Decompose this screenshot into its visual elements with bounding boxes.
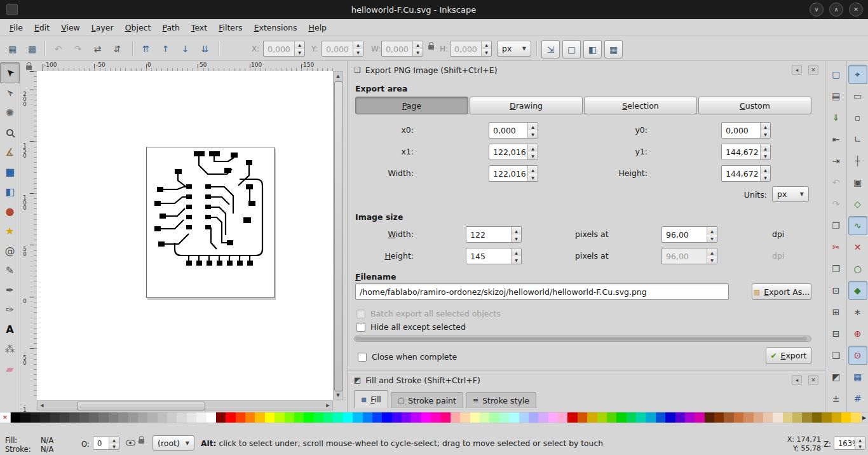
snap-midpoints-button[interactable]: ∗ (848, 302, 867, 322)
dpi-height-spinbox[interactable]: 96,00 ▲▼ (661, 248, 717, 264)
palette-swatch[interactable] (431, 412, 440, 423)
spin-down-icon[interactable]: ▼ (528, 130, 538, 138)
palette-swatch[interactable] (441, 412, 451, 423)
tab-fill[interactable]: ◼Fill (354, 390, 388, 408)
panel-collapse-icon[interactable]: ◂ (792, 65, 802, 75)
palette-swatch[interactable] (421, 412, 431, 423)
flip-horizontal-button[interactable]: ⇄ (89, 40, 106, 57)
palette-swatch[interactable] (265, 412, 275, 423)
palette-swatch[interactable] (812, 412, 822, 423)
spin-up-icon[interactable]: ▲ (528, 123, 538, 130)
tool-spiral-button[interactable]: @ (1, 241, 19, 261)
spin-arrows[interactable]: ▲▼ (511, 248, 521, 264)
palette-swatch[interactable] (158, 412, 167, 423)
palette-swatch[interactable] (363, 412, 372, 423)
tool-star-button[interactable]: ★ (1, 221, 19, 241)
snap-nodes-button[interactable]: ◇ (848, 194, 867, 214)
palette-swatch[interactable] (304, 412, 313, 423)
palette-swatch[interactable] (118, 412, 128, 423)
cmd-copy-button[interactable]: ❐ (827, 216, 846, 235)
menu-edit[interactable]: Edit (29, 20, 55, 35)
menu-extensions[interactable]: Extensions (248, 20, 303, 35)
snap-rotation-centers-button[interactable]: ⊙ (848, 346, 867, 365)
snap-smooth-nodes-button[interactable]: ○ (848, 259, 867, 278)
panel-collapse-icon[interactable]: ◂ (792, 375, 802, 385)
x-spinbox[interactable]: 0,000 ▲▼ (263, 41, 305, 57)
cmd-cut-button[interactable]: ✂ (827, 238, 846, 257)
vertical-ruler[interactable]: 200150100500-50-100 (20, 71, 37, 400)
palette-swatch[interactable] (343, 412, 353, 423)
spin-up-icon[interactable]: ▲ (761, 123, 770, 130)
palette-swatch[interactable] (548, 412, 558, 423)
tool-selector-button[interactable]: ➤ (0, 62, 20, 83)
menu-help[interactable]: Help (303, 20, 333, 35)
palette-swatch[interactable] (11, 412, 20, 423)
cmd-preferences-button[interactable]: ± (827, 389, 846, 408)
spin-down-icon[interactable]: ▼ (855, 444, 865, 450)
tool-node-editor-button[interactable]: ➢ (1, 83, 19, 103)
palette-swatch[interactable] (20, 412, 30, 423)
snap-path-intersections-button[interactable]: ✕ (848, 238, 867, 257)
palette-swatch[interactable] (783, 412, 792, 423)
palette-swatch[interactable] (323, 412, 333, 423)
tool-text-button[interactable]: A (1, 320, 19, 339)
palette-swatch[interactable] (392, 412, 402, 423)
scroll-left-icon[interactable]: ◀ (37, 401, 46, 410)
tool-spray-button[interactable]: ⁂ (1, 339, 19, 359)
lower-button[interactable]: ↓ (177, 40, 194, 57)
palette-swatch[interactable] (509, 412, 519, 423)
spin-arrows[interactable]: ▲▼ (353, 41, 363, 56)
palette-swatch[interactable] (714, 412, 724, 423)
tab-stroke-paint[interactable]: ▢Stroke paint (391, 392, 463, 408)
tool-tweak-button[interactable]: ✺ (1, 103, 19, 123)
palette-swatch[interactable] (333, 412, 342, 423)
spin-arrows[interactable]: ▲▼ (760, 123, 770, 138)
spin-down-icon[interactable]: ▼ (528, 152, 538, 160)
palette-swatch[interactable] (31, 412, 40, 423)
palette-swatch[interactable] (607, 412, 616, 423)
tool-pencil-button[interactable]: ✎ (1, 261, 19, 280)
palette-swatch[interactable] (558, 412, 567, 423)
export-as-button[interactable]: ▥ Export As... (752, 283, 811, 300)
menu-filters[interactable]: Filters (213, 20, 248, 35)
spin-down-icon[interactable]: ▼ (707, 256, 717, 264)
palette-swatch[interactable] (841, 412, 851, 423)
spin-arrows[interactable]: ▲▼ (481, 41, 491, 56)
spin-arrows[interactable]: ▲▼ (707, 248, 717, 264)
panel-close-icon[interactable]: ✕ (808, 375, 818, 385)
palette-swatch[interactable] (832, 412, 841, 423)
window-maximize-button[interactable]: ∧ (829, 3, 843, 17)
spin-down-icon[interactable]: ▼ (512, 256, 521, 264)
palette-swatch[interactable] (98, 412, 108, 423)
area-height-spinbox[interactable]: 144,672 ▲▼ (721, 165, 771, 182)
palette-swatch[interactable] (675, 412, 685, 423)
spin-down-icon[interactable]: ▼ (413, 49, 423, 57)
cmd-zoom-selection-button[interactable]: ⊡ (827, 281, 846, 300)
palette-swatch[interactable] (822, 412, 831, 423)
palette-swatch[interactable] (519, 412, 529, 423)
no-color-swatch[interactable]: ✕ (0, 412, 11, 423)
filename-input[interactable] (355, 283, 729, 300)
palette-swatch[interactable] (792, 412, 802, 423)
width-spinbox[interactable]: 0,000 ▲▼ (381, 41, 423, 57)
spin-up-icon[interactable]: ▲ (482, 41, 491, 49)
palette-swatch[interactable] (167, 412, 177, 423)
y1-spinbox[interactable]: 144,672 ▲▼ (721, 144, 771, 160)
fill-indicator-value[interactable]: N/A (41, 436, 53, 445)
palette-swatch[interactable] (695, 412, 704, 423)
lock-ratio-icon[interactable] (428, 43, 434, 51)
cmd-new-document-button[interactable]: ▢ (827, 65, 846, 84)
palette-swatch[interactable] (665, 412, 675, 423)
palette-swatch[interactable] (529, 412, 538, 423)
toggle-scale-stroke-button[interactable]: ⇲ (541, 40, 560, 58)
palette-swatch[interactable] (353, 412, 362, 423)
snap-bbox-centers-button[interactable]: ▣ (848, 173, 867, 192)
spin-down-icon[interactable]: ▼ (109, 444, 119, 450)
spin-up-icon[interactable]: ▲ (413, 41, 423, 49)
tool-calligraphy-button[interactable]: ✑ (1, 300, 19, 320)
menu-view[interactable]: View (55, 20, 86, 35)
palette-swatch[interactable] (734, 412, 743, 423)
cmd-zoom-drawing-button[interactable]: ⊞ (827, 302, 846, 322)
x1-spinbox[interactable]: 122,016 ▲▼ (489, 144, 538, 160)
image-height-spinbox[interactable]: 145 ▲▼ (466, 248, 522, 264)
